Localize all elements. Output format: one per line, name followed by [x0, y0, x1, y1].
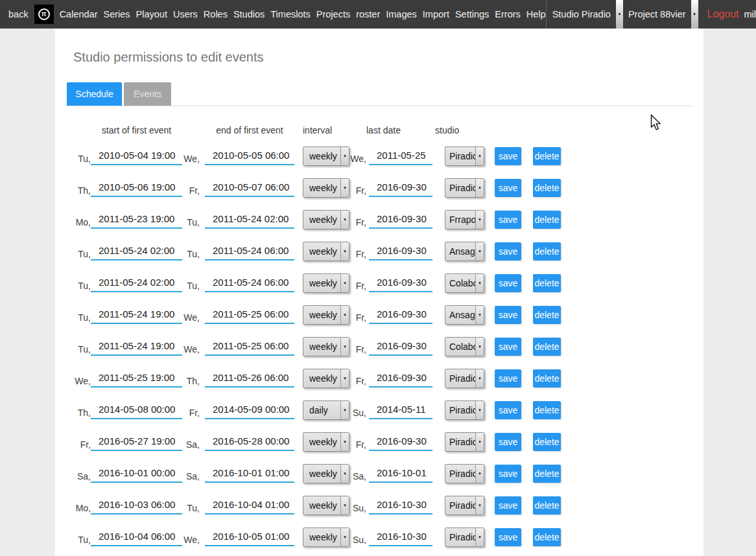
end-datetime-input[interactable]	[205, 401, 294, 419]
nav-item-projects[interactable]: Projects	[316, 9, 350, 19]
start-datetime-input[interactable]	[91, 496, 182, 515]
end-datetime-input[interactable]	[205, 242, 294, 261]
studio-select-dropdown[interactable]: ▼	[616, 0, 623, 29]
delete-button[interactable]: delete	[533, 401, 561, 419]
save-button[interactable]: save	[495, 211, 521, 229]
interval-select[interactable]: weekly ▼	[303, 432, 349, 452]
end-datetime-input[interactable]	[205, 496, 294, 515]
delete-button[interactable]: delete	[533, 465, 561, 483]
last-date-input[interactable]	[369, 401, 432, 419]
studio-select[interactable]: Piradio ▼	[445, 369, 484, 388]
interval-select[interactable]: weekly ▼	[303, 527, 349, 547]
last-date-input[interactable]	[369, 274, 432, 292]
interval-select[interactable]: weekly ▼	[303, 273, 349, 293]
nav-item-roles[interactable]: Roles	[204, 9, 228, 19]
delete-button[interactable]: delete	[533, 496, 561, 515]
interval-select[interactable]: weekly ▼	[303, 242, 349, 261]
nav-item-errors[interactable]: Errors	[495, 9, 520, 19]
save-button[interactable]: save	[495, 433, 521, 451]
studio-select[interactable]: Piradio ▼	[445, 400, 484, 420]
interval-select[interactable]: weekly ▼	[303, 146, 349, 166]
project-select-dropdown[interactable]: ▼	[691, 0, 698, 29]
end-datetime-input[interactable]	[205, 179, 294, 197]
start-datetime-input[interactable]	[91, 401, 182, 419]
studio-select[interactable]: Colabo ▼	[445, 273, 484, 293]
save-button[interactable]: save	[495, 147, 521, 165]
end-datetime-input[interactable]	[205, 274, 294, 292]
end-datetime-input[interactable]	[205, 433, 294, 451]
nav-item-studios[interactable]: Studios	[233, 9, 265, 19]
studio-select[interactable]: Piradio ▼	[445, 146, 484, 166]
nav-item-help[interactable]: Help	[526, 9, 546, 19]
save-button[interactable]: save	[495, 369, 521, 388]
end-datetime-input[interactable]	[205, 369, 294, 388]
start-datetime-input[interactable]	[91, 528, 182, 546]
studio-select[interactable]: Ansage ▼	[445, 242, 484, 261]
save-button[interactable]: save	[495, 496, 521, 515]
nav-item-users[interactable]: Users	[173, 9, 198, 19]
studio-select[interactable]: Piradio ▼	[445, 464, 484, 483]
studio-select[interactable]: Piradio ▼	[445, 178, 484, 198]
last-date-input[interactable]	[369, 179, 432, 197]
nav-item-images[interactable]: Images	[386, 9, 417, 19]
start-datetime-input[interactable]	[91, 179, 182, 197]
end-datetime-input[interactable]	[205, 306, 294, 324]
last-date-input[interactable]	[369, 528, 432, 546]
end-datetime-input[interactable]	[205, 465, 294, 483]
end-datetime-input[interactable]	[205, 338, 294, 356]
last-date-input[interactable]	[369, 433, 432, 451]
back-button[interactable]: back	[8, 9, 29, 19]
delete-button[interactable]: delete	[533, 528, 561, 546]
studio-select[interactable]: Piradio ▼	[445, 527, 484, 547]
start-datetime-input[interactable]	[91, 274, 182, 292]
save-button[interactable]: save	[495, 465, 521, 483]
delete-button[interactable]: delete	[533, 338, 561, 356]
save-button[interactable]: save	[495, 242, 521, 261]
save-button[interactable]: save	[495, 179, 521, 197]
start-datetime-input[interactable]	[91, 242, 182, 261]
delete-button[interactable]: delete	[533, 274, 561, 292]
save-button[interactable]: save	[495, 274, 521, 292]
studio-select[interactable]: Piradio ▼	[445, 496, 484, 515]
nav-item-roster[interactable]: roster	[356, 9, 380, 19]
interval-select[interactable]: weekly ▼	[303, 496, 349, 515]
interval-select[interactable]: weekly ▼	[303, 337, 349, 356]
nav-item-playout[interactable]: Playout	[136, 9, 167, 19]
delete-button[interactable]: delete	[533, 242, 561, 261]
interval-select[interactable]: weekly ▼	[303, 210, 349, 229]
tab-schedule[interactable]: Schedule	[67, 82, 122, 106]
start-datetime-input[interactable]	[91, 465, 182, 483]
start-datetime-input[interactable]	[91, 433, 182, 451]
delete-button[interactable]: delete	[533, 369, 561, 388]
studio-select-value[interactable]: Studio Piradio	[552, 9, 611, 19]
start-datetime-input[interactable]	[91, 369, 182, 388]
tab-events[interactable]: Events	[124, 82, 171, 106]
save-button[interactable]: save	[495, 528, 521, 546]
interval-select[interactable]: weekly ▼	[303, 178, 349, 198]
save-button[interactable]: save	[495, 306, 521, 324]
last-date-input[interactable]	[369, 306, 432, 324]
start-datetime-input[interactable]	[91, 211, 182, 229]
nav-item-series[interactable]: Series	[103, 9, 130, 19]
delete-button[interactable]: delete	[533, 179, 561, 197]
last-date-input[interactable]	[369, 465, 432, 483]
piradio-logo-icon[interactable]: π	[34, 5, 54, 24]
interval-select[interactable]: daily ▼	[303, 400, 349, 420]
start-datetime-input[interactable]	[91, 338, 182, 356]
delete-button[interactable]: delete	[533, 147, 561, 165]
save-button[interactable]: save	[495, 401, 521, 419]
interval-select[interactable]: weekly ▼	[303, 305, 349, 325]
delete-button[interactable]: delete	[533, 433, 561, 451]
studio-select[interactable]: Colabo ▼	[445, 337, 484, 356]
last-date-input[interactable]	[369, 242, 432, 261]
last-date-input[interactable]	[369, 496, 432, 515]
studio-select[interactable]: Frrapo ▼	[445, 210, 484, 229]
start-datetime-input[interactable]	[91, 147, 182, 165]
last-date-input[interactable]	[369, 147, 432, 165]
nav-item-timeslots[interactable]: Timeslots	[270, 9, 311, 19]
studio-select[interactable]: Ansage ▼	[445, 305, 484, 325]
studio-select[interactable]: Piradio ▼	[445, 432, 484, 452]
nav-item-settings[interactable]: Settings	[455, 9, 489, 19]
end-datetime-input[interactable]	[205, 147, 294, 165]
end-datetime-input[interactable]	[205, 528, 294, 546]
